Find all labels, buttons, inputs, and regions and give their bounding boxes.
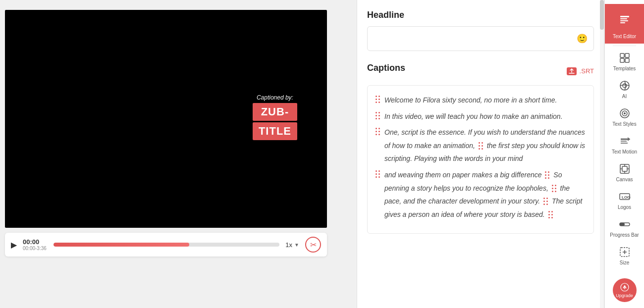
list-item: In this video, we will teach you how to … bbox=[376, 110, 586, 123]
svg-rect-4 bbox=[620, 53, 624, 57]
text-editor-icon bbox=[613, 8, 637, 32]
sidebar-item-ai[interactable]: AI bbox=[605, 76, 644, 103]
inline-drag-handle-icon[interactable] bbox=[479, 142, 483, 150]
left-panel: Captioned by: ZUB- TITLE ▶ 00:00 00:00-3… bbox=[0, 0, 357, 308]
svg-point-12 bbox=[624, 112, 626, 114]
scrollbar-track[interactable] bbox=[600, 0, 604, 308]
sidebar-item-label: Text Editor bbox=[613, 34, 636, 40]
captions-header: Captions .SRT bbox=[367, 63, 594, 79]
svg-point-9 bbox=[620, 81, 629, 90]
scissors-button[interactable]: ✂ bbox=[305, 237, 321, 253]
svg-rect-7 bbox=[625, 58, 629, 62]
list-item: and weaving them on paper makes a big di… bbox=[376, 168, 586, 221]
svg-rect-22 bbox=[620, 223, 625, 226]
drag-handle-icon[interactable] bbox=[376, 112, 380, 120]
list-item: Welcome to Filora sixty second, no more … bbox=[376, 94, 586, 107]
inline-drag-handle-icon[interactable] bbox=[552, 185, 557, 193]
sidebar-item-label: Size bbox=[620, 260, 629, 266]
inline-drag-handle-icon[interactable] bbox=[548, 211, 553, 219]
svg-point-8 bbox=[623, 84, 627, 88]
upgrade-label: Upgrade bbox=[616, 293, 633, 298]
caption-overlay: Captioned by: ZUB- TITLE bbox=[253, 94, 297, 142]
svg-rect-1 bbox=[620, 18, 627, 19]
scrollbar-thumb[interactable] bbox=[600, 0, 604, 30]
captions-title: Captions bbox=[367, 63, 405, 73]
svg-rect-6 bbox=[620, 58, 624, 62]
scissors-icon: ✂ bbox=[310, 240, 317, 250]
play-button[interactable]: ▶ bbox=[11, 240, 17, 250]
caption-by-text: Captioned by: bbox=[253, 94, 297, 101]
svg-text:LOGO: LOGO bbox=[622, 195, 631, 200]
sidebar-item-logos[interactable]: LOGO Logos bbox=[605, 187, 644, 214]
svg-rect-2 bbox=[620, 20, 628, 21]
sidebar-item-text-editor[interactable]: Text Editor bbox=[605, 4, 644, 44]
svg-rect-5 bbox=[625, 53, 629, 57]
speed-chevron-down-icon: ▼ bbox=[294, 242, 299, 248]
srt-button[interactable]: .SRT bbox=[567, 67, 594, 75]
drag-handle-icon[interactable] bbox=[376, 170, 380, 178]
sidebar-item-label: Logos bbox=[618, 205, 631, 210]
time-display: 00:00 00:00-3:36 bbox=[23, 238, 48, 251]
time-current: 00:00 bbox=[23, 238, 48, 246]
svg-rect-0 bbox=[620, 16, 629, 17]
speed-selector[interactable]: 1x ▼ bbox=[285, 241, 299, 249]
upload-icon bbox=[567, 67, 577, 75]
headline-title: Headline bbox=[367, 10, 594, 20]
captions-box[interactable]: Welcome to Filora sixty second, no more … bbox=[367, 85, 594, 234]
caption-text: In this video, we will teach you how to … bbox=[384, 110, 586, 123]
video-preview: Captioned by: ZUB- TITLE bbox=[5, 10, 327, 228]
middle-panel: Headline 🙂 Captions .SRT bbox=[357, 0, 604, 308]
sidebar-item-label: Canvas bbox=[616, 177, 633, 183]
upgrade-button[interactable]: Upgrade bbox=[613, 278, 637, 302]
caption-text: One, script is the essence. If you wish … bbox=[384, 126, 586, 165]
inline-drag-handle-icon[interactable] bbox=[543, 198, 548, 205]
headline-input[interactable]: 🙂 bbox=[367, 26, 594, 51]
sidebar-item-text-motion[interactable]: Text Motion bbox=[605, 131, 644, 159]
progress-track[interactable] bbox=[54, 243, 279, 247]
sidebar-item-label: Progress Bar bbox=[610, 232, 639, 238]
emoji-picker-icon[interactable]: 🙂 bbox=[577, 33, 588, 44]
sidebar-item-progress-bar[interactable]: Progress Bar bbox=[605, 214, 644, 242]
sidebar-item-size[interactable]: Size bbox=[605, 242, 644, 270]
timeline-bar: ▶ 00:00 00:00-3:36 1x ▼ ✂ bbox=[5, 233, 327, 257]
sidebar-item-label: Text Motion bbox=[612, 149, 637, 155]
progress-fill bbox=[54, 243, 189, 247]
svg-rect-3 bbox=[620, 22, 625, 23]
caption-badge-line2: TITLE bbox=[253, 122, 297, 140]
sidebar-divider bbox=[613, 46, 636, 46]
drag-handle-icon[interactable] bbox=[376, 96, 380, 103]
sidebar-item-canvas[interactable]: Canvas bbox=[605, 159, 644, 187]
sidebar-item-label: Templates bbox=[613, 66, 636, 72]
caption-badge-line1: ZUB- bbox=[253, 103, 297, 121]
speed-label: 1x bbox=[285, 241, 292, 249]
scroll-container[interactable]: Headline 🙂 Captions .SRT bbox=[357, 0, 604, 308]
sidebar-item-text-styles[interactable]: Text Styles bbox=[605, 103, 644, 131]
caption-text: Welcome to Filora sixty second, no more … bbox=[384, 94, 586, 107]
sidebar-item-templates[interactable]: Templates bbox=[605, 48, 644, 76]
time-total: 00:00-3:36 bbox=[23, 246, 48, 251]
list-item: One, script is the essence. If you wish … bbox=[376, 126, 586, 165]
caption-text: and weaving them on paper makes a big di… bbox=[384, 168, 586, 221]
right-sidebar: Text Editor Templates AI Text Styles bbox=[604, 0, 644, 308]
sidebar-item-label: AI bbox=[622, 94, 627, 100]
sidebar-item-label: Text Styles bbox=[612, 121, 636, 127]
drag-handle-icon[interactable] bbox=[376, 128, 380, 136]
svg-rect-14 bbox=[622, 166, 627, 171]
srt-label: .SRT bbox=[580, 67, 594, 75]
inline-drag-handle-icon[interactable] bbox=[545, 171, 550, 179]
